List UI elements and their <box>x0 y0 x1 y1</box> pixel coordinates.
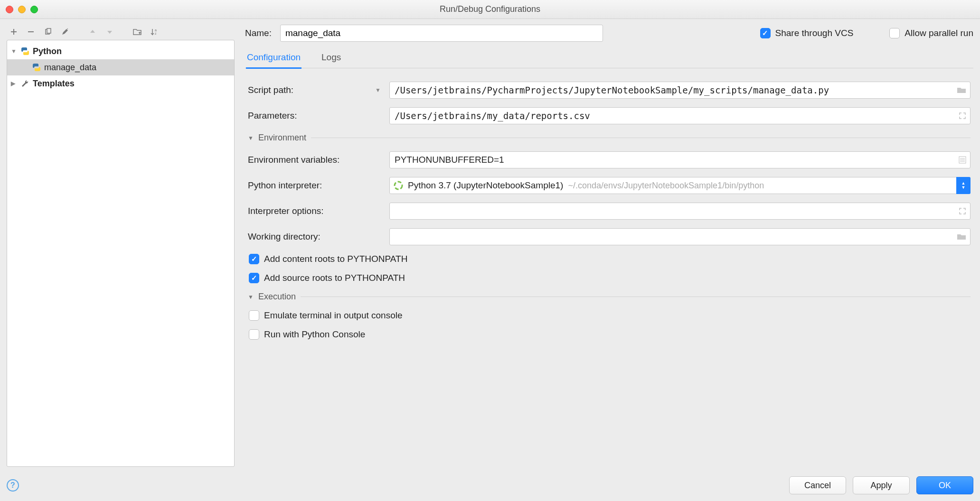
list-icon[interactable] <box>959 156 966 164</box>
run-python-console-checkbox[interactable]: Run with Python Console <box>249 329 971 340</box>
add-content-roots-label: Add content roots to PYTHONPATH <box>264 254 407 264</box>
help-button[interactable]: ? <box>7 479 19 492</box>
config-toolbar: az <box>7 24 235 40</box>
checkbox-icon <box>249 329 259 340</box>
folder-button[interactable] <box>132 27 142 37</box>
expand-icon[interactable] <box>959 207 966 215</box>
checkbox-icon <box>249 254 259 264</box>
chevron-down-icon: ▼ <box>375 87 381 93</box>
execution-section-label: Execution <box>258 292 296 302</box>
env-vars-label: Environment variables: <box>248 155 381 165</box>
share-vcs-checkbox[interactable]: Share through VCS <box>760 28 854 38</box>
allow-parallel-label: Allow parallel run <box>905 28 973 38</box>
browse-folder-icon[interactable] <box>957 86 966 94</box>
script-path-label[interactable]: Script path: ▼ <box>248 85 381 95</box>
checkbox-icon <box>249 273 259 283</box>
env-vars-value: PYTHONUNBUFFERED=1 <box>395 155 504 165</box>
tab-configuration[interactable]: Configuration <box>246 48 302 69</box>
tree-node-label: Templates <box>33 79 75 89</box>
browse-folder-icon[interactable] <box>957 233 966 241</box>
loading-icon <box>394 181 403 190</box>
ok-button[interactable]: OK <box>916 476 973 494</box>
interpreter-label: Python interpreter: <box>248 180 381 191</box>
tree-node-templates[interactable]: ▶ Templates <box>7 75 234 92</box>
name-label: Name: <box>245 28 272 38</box>
wrench-icon <box>20 79 30 88</box>
svg-rect-1 <box>47 28 51 33</box>
execution-section-header[interactable]: ▼ Execution <box>248 292 971 302</box>
add-content-roots-checkbox[interactable]: Add content roots to PYTHONPATH <box>249 254 971 264</box>
tab-logs[interactable]: Logs <box>320 48 342 68</box>
tree-node-manage-data[interactable]: manage_data <box>7 59 234 75</box>
move-up-button[interactable] <box>87 27 98 37</box>
chevron-down-icon: ▼ <box>248 294 254 300</box>
interp-options-field[interactable] <box>389 203 971 220</box>
chevron-right-icon: ▶ <box>11 80 18 87</box>
interpreter-name: Python 3.7 (JupyterNotebookSample1) <box>408 180 563 191</box>
chevron-down-icon: ▼ <box>248 135 254 141</box>
workdir-label: Working directory: <box>248 232 381 242</box>
parameters-value: /Users/jetbrains/my_data/reports.csv <box>395 111 590 121</box>
environment-section-header[interactable]: ▼ Environment <box>248 133 971 143</box>
apply-button[interactable]: Apply <box>853 476 910 494</box>
dropdown-arrows-icon: ▲▼ <box>956 177 971 194</box>
checkbox-icon <box>889 28 900 38</box>
interpreter-path: ~/.conda/envs/JupyterNotebookSample1/bin… <box>568 181 764 191</box>
svg-text:z: z <box>155 32 157 35</box>
checkbox-icon <box>249 310 259 321</box>
tree-node-python[interactable]: ▼ Python <box>7 43 234 59</box>
add-source-roots-checkbox[interactable]: Add source roots to PYTHONPATH <box>249 273 971 283</box>
emulate-terminal-label: Emulate terminal in output console <box>264 310 403 321</box>
edit-defaults-button[interactable] <box>60 27 70 37</box>
tabs: Configuration Logs <box>245 48 973 68</box>
interp-options-label: Interpreter options: <box>248 206 381 216</box>
allow-parallel-checkbox[interactable]: Allow parallel run <box>889 28 973 38</box>
svg-text:a: a <box>155 28 157 32</box>
python-icon <box>32 63 41 72</box>
interpreter-dropdown[interactable]: Python 3.7 (JupyterNotebookSample1) ~/.c… <box>389 177 971 194</box>
expand-icon[interactable] <box>959 112 966 120</box>
add-source-roots-label: Add source roots to PYTHONPATH <box>264 273 405 283</box>
name-input[interactable] <box>280 25 603 42</box>
checkbox-icon <box>760 28 771 38</box>
run-python-console-label: Run with Python Console <box>264 329 365 340</box>
window-title: Run/Debug Configurations <box>0 4 980 14</box>
copy-config-button[interactable] <box>43 27 53 37</box>
python-icon <box>20 46 30 56</box>
script-path-field[interactable]: /Users/jetbrains/PycharmProjects/Jupyter… <box>389 82 971 99</box>
sort-button[interactable]: az <box>149 27 160 37</box>
titlebar: Run/Debug Configurations <box>0 0 980 19</box>
tree-node-label: Python <box>33 46 62 56</box>
move-down-button[interactable] <box>104 27 115 37</box>
tree-node-label: manage_data <box>44 63 96 73</box>
parameters-label: Parameters: <box>248 111 381 121</box>
chevron-down-icon: ▼ <box>11 48 18 55</box>
workdir-field[interactable] <box>389 228 971 245</box>
add-config-button[interactable] <box>9 27 19 37</box>
share-vcs-label: Share through VCS <box>775 28 854 38</box>
parameters-field[interactable]: /Users/jetbrains/my_data/reports.csv <box>389 107 971 124</box>
remove-config-button[interactable] <box>26 27 36 37</box>
env-vars-field[interactable]: PYTHONUNBUFFERED=1 <box>389 151 971 168</box>
environment-section-label: Environment <box>258 133 306 143</box>
svg-point-5 <box>395 182 402 189</box>
script-path-value: /Users/jetbrains/PycharmProjects/Jupyter… <box>395 85 829 95</box>
config-tree[interactable]: ▼ Python manage_data ▶ Templates <box>7 40 235 467</box>
cancel-button[interactable]: Cancel <box>789 476 846 494</box>
emulate-terminal-checkbox[interactable]: Emulate terminal in output console <box>249 310 971 321</box>
